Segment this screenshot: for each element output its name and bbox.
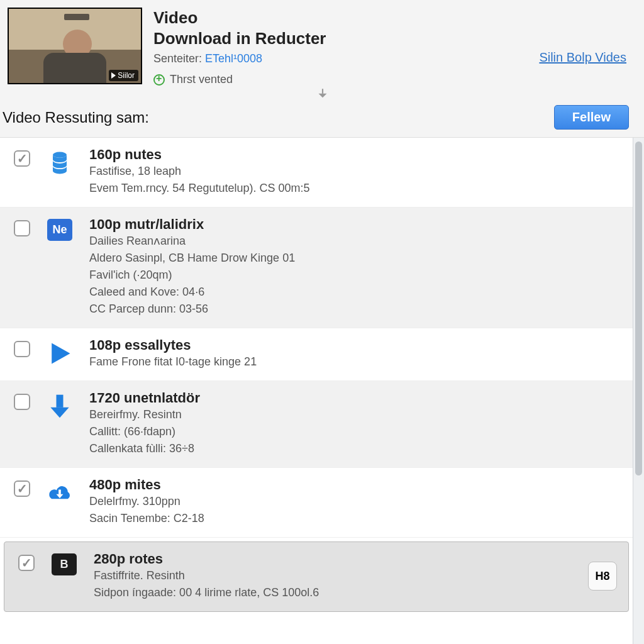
row-line: Callenkata fùlli: 36÷8: [89, 440, 621, 457]
follow-button[interactable]: Fellew: [554, 105, 629, 130]
video-thumbnail[interactable]: Siilor: [8, 8, 142, 84]
row-line: Fame Frone fitat I0-tage kinge 21: [89, 353, 621, 370]
label-ne-icon: Ne: [43, 216, 77, 241]
row-checkbox[interactable]: [14, 150, 30, 167]
svg-rect-0: [322, 89, 323, 94]
row-line: Callitt: (66·fdapn): [89, 423, 621, 440]
row-meta: 480p mitesDelelrfmy. 310ppnSacin Tenembe…: [89, 477, 621, 527]
row-line: Sidpon íngaade: 00 4 lirime rlate, CS 10…: [94, 584, 575, 601]
row-line: Evem Tem.rncy. 54 Regututelup). CS 00m:5: [89, 180, 621, 197]
row-meta: 108p essallytesFame Frone fitat I0-tage …: [89, 337, 621, 370]
row-title: 480p mites: [89, 477, 621, 493]
row-title: 280p rotes: [94, 551, 575, 567]
list-item[interactable]: 108p essallytesFame Frone fitat I0-tage …: [0, 328, 633, 381]
row-meta: 160p nutesFastifise, 18 leaphEvem Tem.rn…: [89, 147, 621, 197]
row-title: 108p essallytes: [89, 337, 621, 353]
expand-down-icon[interactable]: [314, 87, 331, 106]
db-stack-icon: [43, 147, 77, 177]
svg-rect-3: [57, 395, 64, 408]
results-list: 160p nutesFastifise, 18 leaphEvem Tem.rn…: [0, 138, 633, 644]
row-line: CC Parcep dunn: 03-56: [89, 301, 621, 318]
row-line: Bereirfmy. Resintn: [89, 406, 621, 423]
row-action-button[interactable]: H8: [588, 562, 617, 591]
svg-point-1: [53, 152, 67, 158]
svg-marker-2: [52, 343, 70, 364]
verified-icon: [153, 74, 165, 86]
sender-label: Senteiter:: [153, 52, 205, 65]
verified-text: Thrst vented: [170, 73, 233, 86]
row-line: Caleed and Kove: 04·6: [89, 284, 621, 301]
svg-marker-4: [50, 408, 69, 418]
row-checkbox[interactable]: [14, 480, 30, 497]
arrow-down-icon: [43, 390, 77, 420]
row-meta: 1720 unetnlatdörBereirfmy. ResintnCallit…: [89, 390, 621, 457]
sender-link[interactable]: ETehl¹0008: [205, 52, 262, 65]
section-title: Video Ressuting sam:: [3, 109, 149, 126]
play-tri-icon: [43, 337, 77, 367]
thumbnail-play-label: Siilor: [118, 71, 135, 80]
row-checkbox[interactable]: [18, 555, 35, 571]
row-meta: 280p rotesFastiffrite. ResinthSidpon íng…: [94, 551, 575, 601]
list-item[interactable]: 1720 unetnlatdörBereirfmy. ResintnCallit…: [0, 381, 633, 468]
list-item[interactable]: Ne100p mutr/lalidrixDailies ReanʌarinaAl…: [0, 208, 633, 328]
video-title: Video Download in Reducter: [153, 8, 326, 48]
scrollbar-thumb[interactable]: [635, 142, 642, 475]
cloud-dl-icon: [43, 477, 77, 507]
sign-link-wrap: Silin Bolp Vides: [539, 50, 626, 65]
row-line: Delelrfmy. 310ppn: [89, 493, 621, 510]
thumbnail-play-badge[interactable]: Siilor: [109, 70, 138, 81]
header: Siilor Video Download in Reducter Sentei…: [0, 0, 644, 92]
row-title: 100p mutr/lalidrix: [89, 216, 621, 233]
row-checkbox[interactable]: [14, 220, 30, 236]
list-item[interactable]: B280p rotesFastiffrite. ResinthSidpon ín…: [4, 541, 629, 612]
row-meta: 100p mutr/lalidrixDailies ReanʌarinaAlde…: [89, 216, 621, 318]
play-icon: [111, 72, 116, 79]
row-checkbox[interactable]: [14, 341, 30, 357]
list-item[interactable]: 480p mitesDelelrfmy. 310ppnSacin Tenembe…: [0, 468, 633, 538]
list-item[interactable]: 160p nutesFastifise, 18 leaphEvem Tem.rn…: [0, 138, 633, 208]
row-line: Favil'ich (·20qm): [89, 267, 621, 284]
row-title: 160p nutes: [89, 147, 621, 163]
row-line: Aldero Sasinpl, CB Hame Drow Kinge 01: [89, 250, 621, 267]
row-line: Fastiffrite. Resinth: [94, 567, 575, 584]
sign-link[interactable]: Silin Bolp Vides: [539, 50, 626, 64]
svg-rect-5: [58, 490, 61, 494]
row-title: 1720 unetnlatdör: [89, 390, 621, 406]
row-line: Sacin Tenembe: C2-18: [89, 510, 621, 527]
row-line: Fastifise, 18 leaph: [89, 163, 621, 180]
label-b-icon: B: [47, 551, 81, 575]
row-line: Dailies Reanʌarina: [89, 233, 621, 250]
scrollbar[interactable]: [633, 138, 644, 644]
row-checkbox[interactable]: [14, 394, 30, 410]
